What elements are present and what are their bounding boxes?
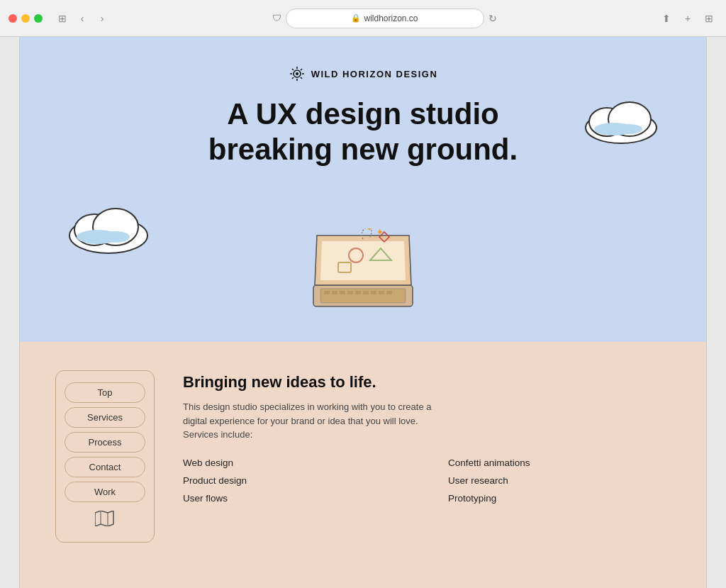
- lock-icon: 🔒: [351, 13, 361, 23]
- svg-rect-24: [340, 291, 345, 294]
- svg-text:✦: ✦: [367, 228, 372, 233]
- browser-body: WILD HORIZON DESIGN A UX design studio b…: [19, 37, 707, 588]
- share-icon[interactable]: ⬆: [658, 10, 675, 27]
- security-icon: 🛡: [272, 13, 281, 23]
- svg-rect-30: [386, 291, 392, 294]
- nav-item-contact[interactable]: Contact: [65, 457, 145, 477]
- service-user-flows: User flows: [183, 492, 406, 505]
- browser-controls: ⊞ ‹ ›: [54, 10, 111, 27]
- svg-rect-26: [355, 291, 361, 294]
- service-product-design: Product design: [183, 474, 406, 487]
- hero-section: WILD HORIZON DESIGN A UX design studio b…: [20, 37, 706, 342]
- browser-right-buttons: ⬆ + ⊞: [658, 10, 717, 27]
- browser-chrome: ⊞ ‹ › 🛡 🔒 wildhorizon.co ↻ ⬆ + ⊞: [0, 0, 726, 37]
- services-grid: Web design Confetti animations Product d…: [183, 456, 671, 505]
- headline-line2: breaking new ground.: [208, 133, 518, 166]
- sidebar-toggle-icon[interactable]: ⊞: [54, 10, 71, 27]
- nav-item-top[interactable]: Top: [65, 382, 145, 403]
- service-confetti: Confetti animations: [448, 456, 671, 470]
- nav-item-work[interactable]: Work: [65, 482, 145, 502]
- nav-item-services[interactable]: Services: [65, 407, 145, 428]
- fullscreen-button[interactable]: [34, 14, 43, 23]
- nav-item-process[interactable]: Process: [65, 432, 145, 453]
- svg-marker-32: [320, 241, 406, 280]
- svg-rect-25: [347, 291, 353, 294]
- svg-point-1: [296, 72, 298, 75]
- svg-rect-29: [379, 291, 384, 294]
- logo-text: WILD HORIZON DESIGN: [311, 69, 438, 79]
- grid-icon[interactable]: ⊞: [700, 10, 717, 27]
- svg-rect-22: [324, 291, 330, 294]
- refresh-icon[interactable]: ↻: [488, 13, 497, 24]
- service-user-research: User research: [448, 474, 671, 487]
- content-description: This design studio specializes in workin…: [183, 400, 452, 442]
- svg-marker-39: [95, 511, 113, 526]
- new-tab-button[interactable]: +: [679, 10, 696, 27]
- headline-line1: A UX design studio: [227, 97, 498, 131]
- svg-point-14: [101, 231, 130, 243]
- svg-line-6: [292, 69, 294, 70]
- logo-icon: [289, 65, 306, 82]
- url-text: wildhorizon.co: [364, 13, 418, 23]
- back-button[interactable]: ‹: [74, 10, 91, 27]
- svg-line-7: [301, 77, 302, 79]
- svg-line-9: [292, 77, 294, 79]
- address-bar-container: 🛡 🔒 wildhorizon.co ↻: [116, 9, 652, 28]
- cloud-right-illustration: [579, 94, 664, 147]
- content-area: Bringing new ideas to life. This design …: [183, 370, 671, 505]
- svg-point-19: [617, 124, 642, 134]
- hero-headline: A UX design studio breaking new ground.: [208, 96, 518, 168]
- cloud-left-illustration: [62, 200, 155, 257]
- map-icon: [95, 511, 115, 531]
- logo-row: WILD HORIZON DESIGN: [289, 65, 438, 82]
- svg-line-8: [301, 69, 302, 70]
- sidebar-navigation: Top Services Process Contact Work: [55, 370, 155, 543]
- svg-rect-28: [371, 291, 376, 294]
- svg-rect-23: [332, 291, 337, 294]
- traffic-lights: [9, 14, 43, 23]
- address-bar[interactable]: 🔒 wildhorizon.co: [286, 9, 484, 28]
- service-prototyping: Prototyping: [448, 492, 671, 505]
- minimize-button[interactable]: [21, 14, 30, 23]
- forward-button[interactable]: ›: [94, 10, 111, 27]
- laptop-illustration: ✦ ✦: [306, 228, 420, 321]
- bottom-section: Top Services Process Contact Work Bringi…: [20, 342, 706, 588]
- svg-rect-27: [363, 291, 369, 294]
- close-button[interactable]: [9, 14, 17, 23]
- content-headline: Bringing new ideas to life.: [183, 373, 671, 392]
- service-web-design: Web design: [183, 456, 406, 470]
